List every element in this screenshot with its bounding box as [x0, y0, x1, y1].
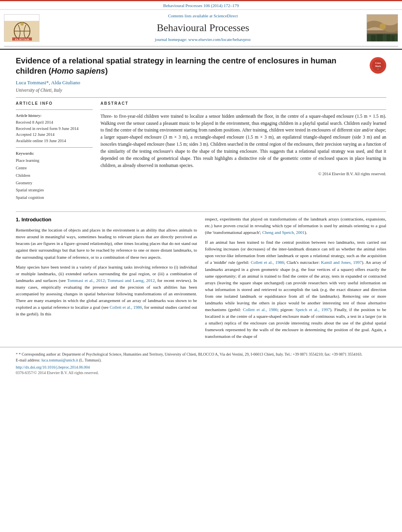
top-bar: Behavioural Processes 106 (2014) 172–179 [0, 1, 402, 10]
abstract-text: Three- to five-year-old children were tr… [100, 113, 386, 169]
article-info-col: ARTICLE INFO Article history: Received 8… [16, 101, 93, 202]
received-revised-date: Received in revised form 9 June 2014 [16, 126, 93, 132]
intro-heading: 1. Introduction [16, 216, 197, 224]
abstract-col: ABSTRACT Three- to five-year-old childre… [100, 101, 386, 202]
journal-citation: Behavioural Processes 106 (2014) 172–179 [163, 3, 239, 8]
article-content: Evidence of a relational spatial strateg… [0, 50, 402, 208]
header-row: ELSEVIER Contents lists available at Sci… [0, 10, 402, 46]
available-online-date: Available online 19 June 2014 [16, 138, 93, 144]
svg-rect-11 [387, 35, 391, 41]
word-would: would [288, 300, 300, 305]
contents-line: Contents lists available at ScienceDirec… [43, 13, 363, 19]
journal-header: Behavioural Processes 106 (2014) 172–179… [0, 0, 402, 50]
keywords-label: Keywords: [16, 151, 93, 156]
ref-collett-1986[interactable]: Collett et al., 1986 [110, 305, 142, 310]
footnote-section: * * Corresponding author at: Department … [0, 347, 402, 378]
authors: Luca Tommasi*, Alda Giuliano [16, 79, 386, 86]
body-para-3: respect, experiments that played on tran… [205, 216, 386, 236]
body-right-col: respect, experiments that played on tran… [205, 216, 386, 343]
article-title-italic: Homo sapiens [51, 67, 105, 75]
svg-point-3 [20, 22, 24, 26]
accepted-date: Accepted 12 June 2014 [16, 132, 93, 138]
journal-title: Behavioural Processes [43, 21, 363, 35]
keyword-6: Spatial cognition [16, 194, 93, 202]
affiliation: University of Chieti, Italy [16, 87, 386, 93]
svg-text:Mark: Mark [375, 65, 381, 67]
article-title: Evidence of a relational spatial strateg… [16, 56, 355, 76]
logo-graphic: ELSEVIER [4, 21, 39, 41]
keywords-list: Place learning Centre Children Geometry … [16, 157, 93, 202]
email-line: E-mail address: luca.tommasi@unich.it (L… [16, 357, 386, 363]
copyright-line: © 2014 Elsevier B.V. All rights reserved… [100, 171, 386, 177]
email-label: E-mail address: [16, 358, 40, 362]
article-info-label: ARTICLE INFO [16, 101, 93, 106]
keyword-3: Children [16, 172, 93, 180]
author-names: Luca Tommasi*, Alda Giuliano [16, 80, 80, 85]
issn-line: 0376-6357/© 2014 Elsevier B.V. All right… [16, 370, 386, 376]
history-label: Article history: [16, 113, 93, 119]
svg-rect-8 [367, 34, 398, 42]
homepage-line: journal homepage: www.elsevier.com/locat… [43, 37, 363, 43]
ref-cheng-spetch-2001[interactable]: Cheng and Spetch, 2001 [262, 230, 305, 235]
footnote-content: * Corresponding author at: Department of… [19, 352, 363, 356]
body-para-1: Remembering the location of objects and … [16, 227, 197, 260]
doi-line: http://dx.doi.org/10.1016/j.beproc.2014.… [16, 365, 386, 370]
keywords-divider [16, 147, 93, 148]
title-divider [16, 97, 386, 98]
header-bottom-divider [4, 46, 398, 46]
body-para-2: Many species have been tested in a varie… [16, 264, 197, 317]
svg-text:ELSEVIER: ELSEVIER [15, 38, 29, 41]
abstract-divider [100, 109, 386, 110]
doi-link[interactable]: http://dx.doi.org/10.1016/j.beproc.2014.… [16, 365, 90, 369]
received-date: Received 8 April 2014 [16, 119, 93, 126]
sciencedirect-link[interactable]: ScienceDirect [214, 13, 238, 18]
title-row: Evidence of a relational spatial strateg… [16, 56, 386, 76]
svg-point-13 [380, 23, 386, 30]
elsevier-logo: ELSEVIER [4, 14, 39, 42]
body-divider [16, 211, 386, 212]
abstract-label: ABSTRACT [100, 101, 386, 106]
footnote-text: * * Corresponding author at: Department … [16, 351, 386, 357]
ref-spetch-1997[interactable]: Spetch et al., 1997 [296, 307, 330, 312]
svg-text:Cross: Cross [375, 62, 381, 64]
keyword-5: Spatial strategies [16, 187, 93, 194]
keyword-4: Geometry [16, 180, 93, 187]
article-info-abstract-row: ARTICLE INFO Article history: Received 8… [16, 101, 386, 202]
ref-collett-1986c[interactable]: Collett et al., 1986 [243, 307, 277, 312]
ref-tommasi-2012[interactable]: Tommasi et al., 2012 [67, 278, 104, 283]
homepage-url[interactable]: www.elsevier.com/locate/behavproc [188, 37, 251, 42]
email-link[interactable]: luca.tommasi@unich.it [41, 358, 78, 362]
ref-tommasi-laeng-2012[interactable]: Tommasi and Laeng, 2012 [107, 278, 154, 283]
info-divider [16, 109, 93, 110]
ref-kamil-jones-1997[interactable]: Kamil and Jones, 1997 [321, 260, 362, 265]
crossmark-badge: Cross Mark ✓ [370, 57, 386, 74]
keyword-1: Place learning [16, 157, 93, 165]
email-name: (L. Tommasi). [79, 358, 102, 362]
svg-rect-12 [391, 35, 395, 41]
svg-rect-9 [371, 35, 376, 41]
journal-thumbnail [367, 14, 398, 42]
svg-rect-10 [377, 34, 383, 41]
body-content: 1. Introduction Remembering the location… [0, 216, 402, 343]
header-center: Contents lists available at ScienceDirec… [43, 13, 363, 43]
ref-collett-1986b[interactable]: Collett et al., 1986 [251, 260, 284, 265]
keyword-2: Centre [16, 165, 93, 172]
svg-text:✓: ✓ [377, 68, 379, 70]
body-left-col: 1. Introduction Remembering the location… [16, 216, 197, 343]
footnote-star: * [16, 352, 19, 356]
body-para-4: If an animal has been trained to find th… [205, 239, 386, 340]
